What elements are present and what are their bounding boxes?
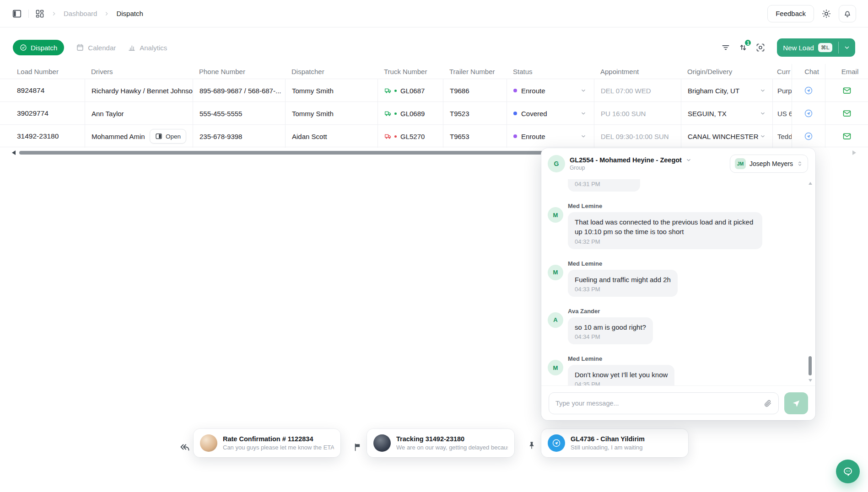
message-bubble: Fueling and traffic might add 2h 04:33 P… (568, 270, 678, 297)
filter-icon (721, 43, 730, 52)
filter-button[interactable] (721, 43, 730, 52)
chat-messages[interactable]: 04:31 PM M Med Lemine That load was conn… (548, 179, 803, 385)
chat-bubble-icon (842, 466, 853, 477)
chat-scrollbar-thumb[interactable] (809, 356, 812, 375)
open-load-button[interactable]: Open (150, 129, 186, 144)
chat-button[interactable] (804, 109, 813, 118)
cell-chat (792, 102, 825, 125)
theme-toggle-button[interactable] (821, 9, 831, 19)
scroll-down-arrow-icon[interactable] (809, 379, 812, 382)
tab-dispatch[interactable]: Dispatch (13, 40, 64, 55)
cell-current: Purpl (772, 79, 792, 102)
chat-title-dropdown[interactable]: GL2554 - Mohamed Heyine - Zeegot (570, 156, 692, 164)
tab-analytics[interactable]: Analytics (128, 43, 167, 52)
send-circle-avatar (548, 434, 565, 452)
table-row[interactable]: 39029774 Ann Taylor 555-455-5555 Tommy S… (0, 102, 868, 124)
message-time: 04:34 PM (575, 333, 646, 340)
sender-name: Ava Zander (568, 308, 653, 315)
paperclip-icon (764, 399, 772, 407)
breadcrumb-current: Dispatch (116, 10, 143, 17)
col-email[interactable]: Email (825, 64, 868, 79)
origin-select[interactable]: SEGUIN, TX (681, 102, 772, 125)
chevron-down-icon (843, 44, 851, 51)
chevron-down-icon (760, 133, 766, 139)
notification-card[interactable]: Rate Confirmation # 1122834 Can you guys… (194, 429, 340, 457)
chat-button[interactable] (804, 86, 813, 95)
scan-button[interactable] (756, 43, 765, 52)
notifications-button[interactable] (839, 5, 856, 22)
col-current[interactable]: Curr (772, 68, 792, 75)
assignee-select[interactable]: JM Joseph Meyers (730, 155, 808, 173)
chat-scrollbar[interactable] (808, 182, 813, 382)
col-chat[interactable]: Chat (792, 64, 825, 79)
table-tools: 1 New Load ⌘L (721, 38, 855, 57)
col-drivers[interactable]: Drivers (85, 68, 193, 75)
cell-load-number: 8924874 (0, 79, 85, 102)
message-input[interactable] (555, 400, 759, 407)
attach-file-button[interactable] (764, 399, 772, 407)
email-button[interactable] (842, 86, 852, 95)
breadcrumb-parent[interactable]: Dashboard (64, 10, 97, 17)
status-select[interactable]: Enroute (507, 79, 594, 102)
status-select[interactable]: Enroute (507, 125, 594, 148)
send-message-button[interactable] (784, 392, 808, 414)
col-dispatcher[interactable]: Dispatcher (285, 68, 377, 75)
new-load-menu-button[interactable] (839, 38, 855, 57)
scroll-left-arrow-icon[interactable] (12, 150, 16, 155)
chat-title: GL2554 - Mohamed Heyine - Zeegot (570, 156, 682, 164)
scroll-up-arrow-icon[interactable] (809, 182, 812, 185)
status-select[interactable]: Covered (507, 102, 594, 125)
notification-card[interactable]: GL4736 - Cihan Yildirim Still unloading,… (541, 429, 688, 457)
envelope-icon (842, 109, 852, 118)
scroll-right-arrow-icon[interactable] (852, 150, 856, 155)
pin-button[interactable] (527, 441, 536, 450)
app-root: Dashboard Dispatch Feedback Dispatch Cal… (0, 0, 868, 492)
col-status[interactable]: Status (507, 68, 594, 75)
tab-calendar[interactable]: Calendar (76, 43, 116, 52)
col-origin-delivery[interactable]: Origin/Delivery (681, 68, 772, 75)
message-input-box (549, 392, 779, 414)
chevron-down-icon (685, 157, 692, 163)
top-bar: Dashboard Dispatch Feedback (0, 0, 868, 27)
email-button[interactable] (842, 109, 852, 118)
new-load-button[interactable]: New Load ⌘L (777, 38, 838, 57)
chat-fab-button[interactable] (836, 460, 860, 483)
truck-status-dot (394, 90, 397, 92)
chevron-right-icon (103, 11, 110, 17)
chevron-down-icon (760, 110, 766, 117)
cell-chat (792, 125, 825, 148)
pushpin-icon (527, 441, 536, 450)
col-trailer[interactable]: Trailer Number (443, 68, 507, 75)
col-truck[interactable]: Truck Number (377, 68, 443, 75)
origin-select[interactable]: CANAL WINCHESTER (681, 125, 772, 148)
bell-icon (843, 9, 852, 18)
truck-icon (384, 133, 392, 140)
col-appointment[interactable]: Appointment (594, 68, 681, 75)
feedback-button[interactable]: Feedback (767, 5, 814, 22)
cell-drivers: Mohammed Amin Open (85, 125, 193, 148)
notification-card[interactable]: Tracking 31492-23180 We are on our way, … (367, 429, 514, 457)
table-header: Load Number Drivers Phone Number Dispatc… (0, 64, 868, 79)
table-row[interactable]: 31492-23180 Mohammed Amin Open 235-678-9… (0, 124, 868, 147)
cell-phone: 555-455-5555 (193, 102, 285, 125)
notification-preview: Can you guys please let me know the ETA? (223, 444, 334, 451)
sidebar-toggle-button[interactable] (12, 9, 22, 19)
chat-message: M Med Lemine That load was connected to … (548, 203, 803, 249)
truck-status-dot (394, 112, 397, 115)
origin-select[interactable]: Brigham City, UT (681, 79, 772, 102)
message-time: 04:35 PM (575, 381, 668, 385)
cell-current: Teddy (772, 125, 792, 148)
flag-button[interactable] (353, 443, 362, 452)
cell-dispatcher: Tommy Smith (285, 102, 377, 125)
cell-chat (792, 79, 825, 102)
col-load-number[interactable]: Load Number (0, 68, 85, 75)
reply-all-button[interactable] (179, 442, 190, 453)
apps-grid-button[interactable] (35, 9, 44, 18)
col-phone[interactable]: Phone Number (193, 68, 285, 75)
table-row[interactable]: 8924874 Richardy Hawky / Bennet Johnson … (0, 79, 868, 102)
send-circle-icon (552, 439, 561, 448)
cell-current: US 69 (772, 102, 792, 125)
email-button[interactable] (842, 132, 852, 141)
send-circle-icon (804, 86, 813, 95)
chat-button[interactable] (804, 132, 813, 141)
